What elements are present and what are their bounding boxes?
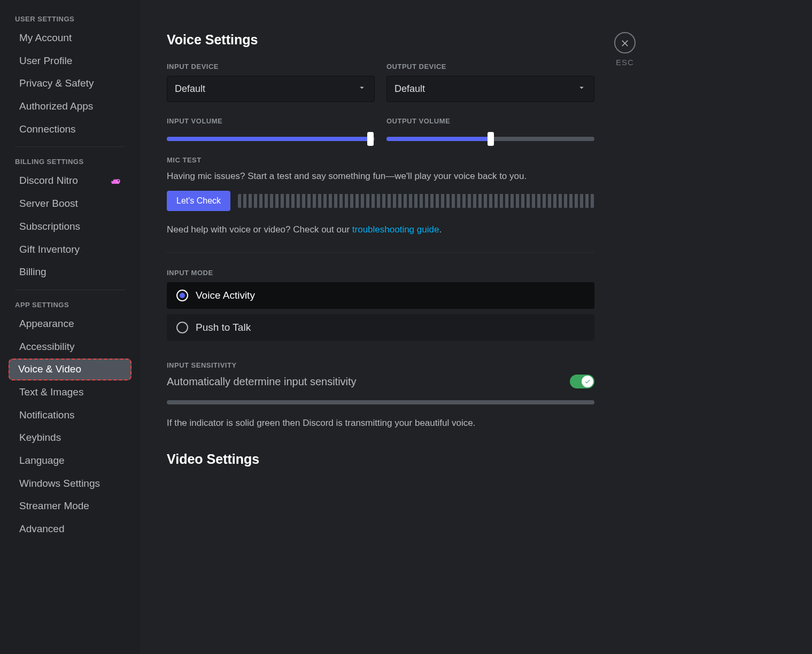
sidebar-item-server-boost[interactable]: Server Boost — [10, 193, 130, 215]
output-volume-slider[interactable] — [386, 137, 594, 141]
troubleshooting-link[interactable]: troubleshooting guide — [352, 224, 439, 235]
input-device-label: INPUT DEVICE — [167, 63, 375, 71]
page-title: Voice Settings — [167, 32, 594, 48]
output-device-select[interactable]: Default — [386, 76, 594, 102]
sidebar-item-language[interactable]: Language — [10, 450, 130, 472]
auto-sensitivity-toggle[interactable] — [570, 375, 594, 388]
sidebar-item-my-account[interactable]: My Account — [10, 27, 130, 49]
troubleshoot-text: Need help with voice or video? Check out… — [167, 223, 594, 237]
sidebar-item-label: Voice & Video — [18, 363, 81, 376]
input-device-field: INPUT DEVICE Default — [167, 63, 375, 102]
sidebar-item-label: Server Boost — [19, 197, 78, 211]
sidebar-item-streamer-mode[interactable]: Streamer Mode — [10, 495, 130, 517]
close-button[interactable] — [614, 32, 636, 53]
toggle-knob — [582, 376, 593, 387]
troubleshoot-prefix: Need help with voice or video? Check out… — [167, 224, 352, 235]
sidebar-item-billing[interactable]: Billing — [10, 261, 130, 283]
mic-test-help: Having mic issues? Start a test and say … — [167, 169, 594, 183]
sidebar-item-label: Discord Nitro — [19, 174, 78, 188]
sidebar-item-label: Notifications — [19, 409, 75, 422]
sidebar-item-gift-inventory[interactable]: Gift Inventory — [10, 239, 130, 261]
content-area: ESC Voice Settings INPUT DEVICE Default … — [140, 0, 812, 654]
input-volume-slider[interactable] — [167, 137, 375, 141]
sidebar-item-voice-video[interactable]: Voice & Video — [9, 359, 132, 380]
divider — [167, 252, 594, 253]
troubleshoot-suffix: . — [439, 224, 442, 235]
sidebar-item-accessibility[interactable]: Accessibility — [10, 336, 130, 358]
input-device-select[interactable]: Default — [167, 76, 375, 102]
mic-level-indicator — [238, 194, 594, 208]
sidebar-item-label: Subscriptions — [19, 220, 80, 233]
sidebar: USER SETTINGSMy AccountUser ProfilePriva… — [0, 0, 140, 654]
auto-sensitivity-label: Automatically determine input sensitivit… — [167, 376, 357, 388]
slider-thumb[interactable] — [367, 132, 374, 146]
sidebar-section-header: USER SETTINGS — [5, 11, 135, 26]
sidebar-section-header: APP SETTINGS — [5, 297, 135, 312]
video-settings-title: Video Settings — [167, 451, 594, 467]
sidebar-item-advanced[interactable]: Advanced — [10, 518, 130, 540]
input-sensitivity-label: INPUT SENSITIVITY — [167, 361, 594, 369]
output-device-value: Default — [395, 83, 425, 95]
sidebar-item-label: Gift Inventory — [19, 243, 80, 256]
sidebar-item-label: Billing — [19, 266, 47, 279]
sidebar-divider — [15, 290, 125, 290]
sidebar-item-label: Privacy & Safety — [19, 77, 94, 90]
sidebar-item-label: Keybinds — [19, 431, 61, 445]
mic-test-label: MIC TEST — [167, 156, 594, 164]
check-icon — [584, 378, 591, 385]
output-volume-field: OUTPUT VOLUME — [386, 117, 594, 141]
sidebar-item-label: Language — [19, 454, 65, 468]
sidebar-item-text-images[interactable]: Text & Images — [10, 382, 130, 403]
sidebar-item-label: Accessibility — [19, 340, 74, 354]
sidebar-divider — [15, 146, 125, 147]
radio-circle-icon — [176, 290, 188, 301]
lets-check-button[interactable]: Let's Check — [167, 191, 230, 211]
sidebar-item-label: Windows Settings — [19, 477, 100, 490]
sidebar-item-subscriptions[interactable]: Subscriptions — [10, 216, 130, 238]
sidebar-item-keybinds[interactable]: Keybinds — [10, 427, 130, 449]
close-wrap: ESC — [614, 32, 636, 67]
sidebar-item-discord-nitro[interactable]: Discord Nitro — [10, 170, 130, 192]
sensitivity-indicator — [167, 400, 594, 404]
sidebar-item-label: My Account — [19, 32, 72, 45]
chevron-down-icon — [357, 83, 367, 95]
sidebar-item-connections[interactable]: Connections — [10, 119, 130, 141]
sidebar-section-header: BILLING SETTINGS — [5, 153, 135, 169]
sidebar-item-label: User Profile — [19, 54, 72, 68]
sidebar-item-notifications[interactable]: Notifications — [10, 404, 130, 426]
close-icon — [620, 38, 630, 48]
output-volume-label: OUTPUT VOLUME — [386, 117, 594, 125]
output-device-label: OUTPUT DEVICE — [386, 63, 594, 71]
sidebar-item-authorized-apps[interactable]: Authorized Apps — [10, 96, 130, 118]
input-mode-group: Voice ActivityPush to Talk — [167, 282, 594, 341]
input-volume-label: INPUT VOLUME — [167, 117, 375, 125]
nitro-icon — [110, 177, 121, 185]
slider-thumb[interactable] — [488, 132, 494, 146]
input-device-value: Default — [175, 83, 205, 95]
sidebar-item-label: Streamer Mode — [19, 500, 89, 513]
sidebar-item-label: Connections — [19, 123, 76, 136]
input-volume-field: INPUT VOLUME — [167, 117, 375, 141]
sidebar-item-label: Advanced — [19, 523, 65, 536]
slider-fill — [386, 137, 491, 141]
input-mode-label: INPUT MODE — [167, 269, 594, 277]
sensitivity-help: If the indicator is solid green then Dis… — [167, 416, 594, 430]
input-mode-option[interactable]: Voice Activity — [167, 282, 594, 309]
sidebar-item-appearance[interactable]: Appearance — [10, 313, 130, 335]
close-label: ESC — [616, 58, 634, 67]
output-device-field: OUTPUT DEVICE Default — [386, 63, 594, 102]
sidebar-item-label: Appearance — [19, 317, 74, 331]
sidebar-item-privacy-safety[interactable]: Privacy & Safety — [10, 73, 130, 95]
radio-label: Push to Talk — [196, 322, 251, 333]
sidebar-item-user-profile[interactable]: User Profile — [10, 50, 130, 72]
radio-label: Voice Activity — [196, 290, 255, 301]
input-mode-option[interactable]: Push to Talk — [167, 314, 594, 341]
chevron-down-icon — [577, 83, 586, 95]
slider-fill — [167, 137, 370, 141]
sidebar-item-label: Authorized Apps — [19, 100, 93, 113]
sidebar-item-label: Text & Images — [19, 386, 83, 399]
sidebar-item-windows-settings[interactable]: Windows Settings — [10, 473, 130, 495]
radio-dot — [180, 293, 185, 298]
radio-circle-icon — [176, 322, 188, 333]
